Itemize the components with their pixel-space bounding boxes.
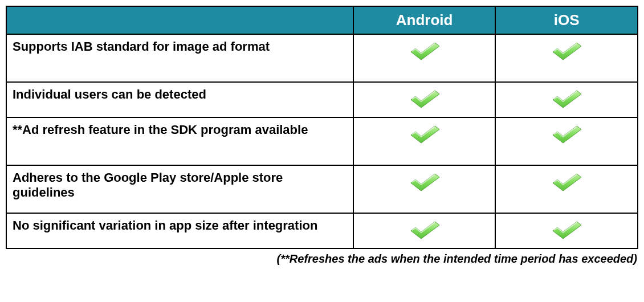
header-ios: iOS [495, 6, 638, 34]
checkmark-icon [409, 219, 441, 240]
table-row: **Ad refresh feature in the SDK program … [6, 117, 638, 165]
header-feature-empty [6, 6, 353, 34]
checkmark-icon [409, 88, 441, 109]
ios-cell [495, 117, 638, 165]
checkmark-icon [551, 40, 582, 61]
checkmark-icon [551, 172, 582, 192]
checkmark-icon [409, 124, 441, 144]
ios-cell [495, 165, 638, 213]
checkmark-icon [409, 172, 441, 192]
android-cell [353, 117, 496, 165]
checkmark-icon [409, 40, 441, 61]
checkmark-icon [551, 124, 582, 144]
ios-cell [495, 34, 638, 82]
comparison-table: Android iOS Supports IAB standard for im… [6, 6, 638, 249]
header-row: Android iOS [6, 6, 638, 34]
header-android: Android [353, 6, 496, 34]
android-cell [353, 165, 496, 213]
feature-cell: Individual users can be detected [6, 82, 353, 117]
android-cell [353, 213, 496, 248]
table-row: Adheres to the Google Play store/Apple s… [6, 165, 638, 213]
table-row: Supports IAB standard for image ad forma… [6, 34, 638, 82]
footnote-text: (**Refreshes the ads when the intended t… [6, 249, 638, 266]
android-cell [353, 82, 496, 117]
ios-cell [495, 82, 638, 117]
checkmark-icon [551, 88, 582, 109]
feature-cell: Adheres to the Google Play store/Apple s… [6, 165, 353, 213]
table-row: No significant variation in app size aft… [6, 213, 638, 248]
table-body: Supports IAB standard for image ad forma… [6, 34, 638, 248]
feature-cell: No significant variation in app size aft… [6, 213, 353, 248]
table-row: Individual users can be detected [6, 82, 638, 117]
feature-cell: **Ad refresh feature in the SDK program … [6, 117, 353, 165]
checkmark-icon [551, 219, 582, 240]
android-cell [353, 34, 496, 82]
ios-cell [495, 213, 638, 248]
feature-cell: Supports IAB standard for image ad forma… [6, 34, 353, 82]
